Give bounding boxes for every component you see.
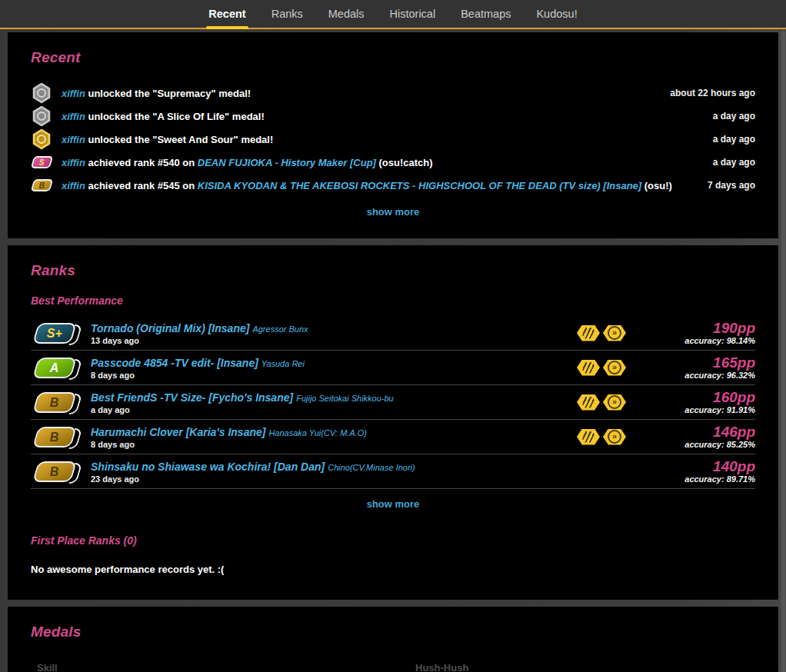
ranks-show-more-link[interactable]: show more bbox=[31, 498, 755, 510]
nav-tab-medals[interactable]: Medals bbox=[326, 0, 367, 28]
event-icon-wrap bbox=[31, 106, 52, 127]
medals-section-title: Medals bbox=[31, 624, 755, 640]
score-pp-value: 165pp bbox=[626, 355, 755, 371]
recent-section-title: Recent bbox=[31, 49, 755, 66]
event-icon-wrap bbox=[31, 129, 52, 150]
event-timestamp: a day ago bbox=[713, 157, 755, 168]
user-link[interactable]: xiffin bbox=[62, 88, 85, 99]
profile-page-body: Recent xiffin unlocked the "Supremacy" m… bbox=[0, 29, 786, 672]
nav-tab-ranks[interactable]: Ranks bbox=[269, 0, 305, 28]
score-pp-block: 146ppaccuracy: 85.25% bbox=[626, 424, 755, 449]
medal-group-label: Hush-Hush bbox=[415, 662, 755, 672]
event-text-bold: Sweet And Sour bbox=[157, 134, 233, 145]
mod-doubletime-icon bbox=[603, 394, 626, 411]
score-row[interactable]: APasscode 4854 -TV edit- [Insane]Yasuda … bbox=[31, 351, 755, 385]
score-title-line: Tornado (Original Mix) [Insane]Agressor … bbox=[91, 321, 308, 335]
user-link[interactable]: xiffin bbox=[62, 180, 85, 191]
user-link[interactable]: xiffin bbox=[62, 111, 85, 122]
score-mods bbox=[577, 360, 626, 376]
score-pp-block: 190ppaccuracy: 98.14% bbox=[626, 321, 755, 345]
score-info: Harumachi Clover [Karia's Insane]Hanasak… bbox=[91, 425, 367, 449]
recent-event-row: Sxiffin achieved rank #540 on DEAN FUJIO… bbox=[31, 151, 755, 174]
event-text-bold: #545 bbox=[158, 180, 180, 191]
beatmap-title-link[interactable]: Best FriendS -TV Size- [Fycho's Insane] bbox=[91, 391, 293, 404]
user-link[interactable]: xiffin bbox=[62, 157, 85, 168]
grade-badge: B bbox=[32, 392, 77, 413]
event-text-plain: unlocked the " bbox=[85, 111, 158, 122]
recent-event-row: xiffin unlocked the "Sweet And Sour" med… bbox=[31, 128, 755, 151]
score-row[interactable]: BHarumachi Clover [Karia's Insane]Hanasa… bbox=[31, 420, 755, 454]
nav-tab-beatmaps[interactable]: Beatmaps bbox=[458, 0, 513, 28]
tab-label: Recent bbox=[208, 8, 245, 20]
beatmap-title-link[interactable]: Shinsaku no Shiawase wa Kochira! [Dan Da… bbox=[91, 461, 325, 473]
event-icon-wrap: B bbox=[31, 179, 52, 191]
ranks-section: Ranks Best Performance S+Tornado (Origin… bbox=[8, 245, 778, 600]
score-row[interactable]: BShinsaku no Shiawase wa Kochira! [Dan D… bbox=[31, 454, 755, 489]
first-place-empty-message: No awesome performance records yet. :( bbox=[31, 564, 755, 575]
score-title-line: Passcode 4854 -TV edit- [Insane]Yasuda R… bbox=[91, 356, 305, 370]
medal-icon bbox=[32, 129, 51, 150]
grade-badge: B bbox=[32, 461, 77, 482]
mod-hidden-icon bbox=[577, 325, 600, 341]
event-text-bold: (osu!) bbox=[641, 180, 672, 191]
tab-label: Medals bbox=[328, 8, 365, 20]
score-accuracy: accuracy: 89.71% bbox=[626, 474, 755, 484]
event-text-bold: Supremacy bbox=[157, 88, 211, 99]
profile-nav-bar: RecentRanksMedalsHistoricalBeatmapsKudos… bbox=[0, 0, 786, 29]
beatmap-link[interactable]: KISIDA KYODAN & THE AKEBOSI ROCKETS - HI… bbox=[198, 180, 641, 191]
grade-letter: B bbox=[38, 181, 44, 190]
recent-event-row: xiffin unlocked the "Supremacy" medal!ab… bbox=[31, 82, 755, 105]
user-link[interactable]: xiffin bbox=[62, 134, 85, 145]
beatmap-title-link[interactable]: Tornado (Original Mix) [Insane] bbox=[91, 322, 249, 334]
grade-letter: S+ bbox=[47, 326, 62, 340]
nav-tab-historical[interactable]: Historical bbox=[388, 0, 438, 28]
grade-badge-icon: S bbox=[30, 156, 53, 168]
score-accuracy: accuracy: 85.25% bbox=[626, 440, 755, 449]
event-text-plain: " medal! bbox=[225, 111, 265, 122]
event-text-plain: unlocked the " bbox=[85, 134, 158, 145]
grade-badge: A bbox=[32, 358, 77, 378]
score-pp-block: 140ppaccuracy: 89.71% bbox=[626, 459, 755, 484]
medal-group-label: Skill bbox=[37, 662, 415, 672]
score-title-line: Best FriendS -TV Size- [Fycho's Insane]F… bbox=[91, 391, 394, 404]
grade-badge-icon: B bbox=[30, 179, 53, 191]
mod-doubletime-icon bbox=[603, 325, 626, 341]
mod-hidden-icon bbox=[577, 360, 600, 376]
tab-label: Ranks bbox=[271, 8, 303, 20]
score-accuracy: accuracy: 98.14% bbox=[626, 336, 755, 345]
beatmap-artist: Agressor Bunx bbox=[252, 324, 308, 334]
event-text-plain: achieved rank bbox=[85, 157, 158, 168]
score-accuracy: accuracy: 96.32% bbox=[626, 371, 755, 380]
nav-tab-recent[interactable]: Recent bbox=[206, 0, 248, 28]
score-pp-block: 160ppaccuracy: 91.91% bbox=[626, 390, 755, 414]
beatmap-title-link[interactable]: Harumachi Clover [Karia's Insane] bbox=[91, 426, 265, 438]
score-timestamp: 8 days ago bbox=[91, 440, 367, 449]
score-pp-value: 140pp bbox=[626, 459, 755, 474]
score-mods bbox=[577, 325, 626, 341]
grade-badge: S+ bbox=[32, 323, 77, 344]
event-text-plain: on bbox=[180, 157, 198, 168]
recent-show-more-link[interactable]: show more bbox=[31, 206, 755, 218]
beatmap-link[interactable]: DEAN FUJIOKA - History Maker [Cup] bbox=[198, 157, 376, 168]
score-timestamp: 23 days ago bbox=[91, 474, 415, 484]
score-row[interactable]: S+Tornado (Original Mix) [Insane]Agresso… bbox=[31, 316, 755, 351]
score-info: Passcode 4854 -TV edit- [Insane]Yasuda R… bbox=[91, 356, 305, 380]
first-place-ranks-heading: First Place Ranks (0) bbox=[31, 534, 755, 547]
beatmap-title-link[interactable]: Passcode 4854 -TV edit- [Insane] bbox=[91, 357, 258, 369]
event-text: xiffin unlocked the "A Slice Of Life" me… bbox=[62, 111, 265, 122]
recent-event-row: xiffin unlocked the "A Slice Of Life" me… bbox=[31, 105, 755, 128]
mod-doubletime-icon bbox=[603, 360, 626, 376]
event-timestamp: a day ago bbox=[713, 134, 755, 145]
medals-section: Medals SkillHush-Hush bbox=[8, 607, 778, 672]
event-text: xiffin achieved rank #545 on KISIDA KYOD… bbox=[62, 180, 672, 191]
page-scrollbar[interactable] bbox=[781, 31, 785, 672]
score-info: Tornado (Original Mix) [Insane]Agressor … bbox=[91, 321, 308, 345]
nav-tab-kudosu[interactable]: Kudosu! bbox=[534, 0, 579, 28]
score-row[interactable]: BBest FriendS -TV Size- [Fycho's Insane]… bbox=[31, 385, 755, 420]
best-performance-heading: Best Performance bbox=[31, 294, 755, 307]
score-timestamp: a day ago bbox=[91, 405, 394, 414]
event-text-plain: on bbox=[180, 180, 198, 191]
score-title-line: Shinsaku no Shiawase wa Kochira! [Dan Da… bbox=[91, 460, 415, 474]
event-text-plain: " medal! bbox=[211, 88, 251, 99]
grade-letter: A bbox=[50, 361, 59, 374]
